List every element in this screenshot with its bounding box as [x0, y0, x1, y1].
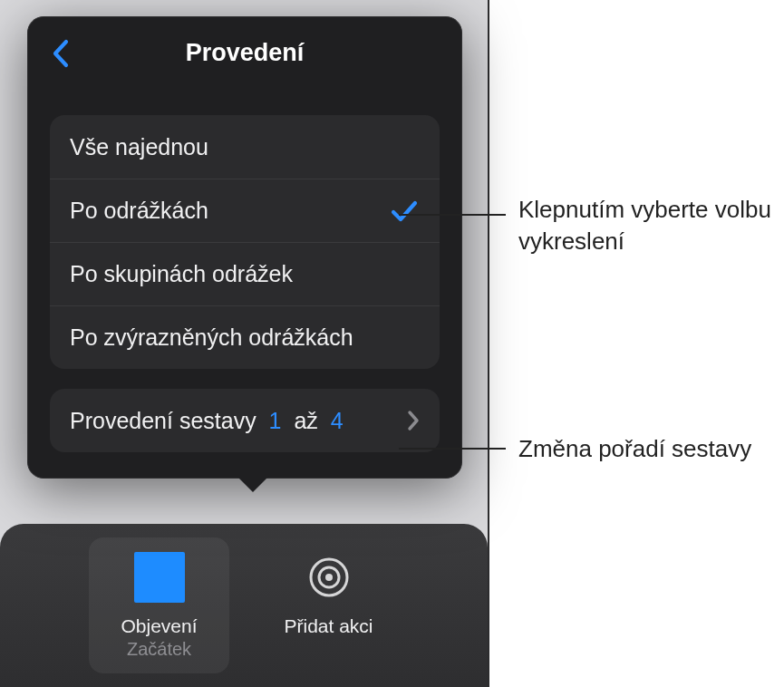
toolbar-item-appear[interactable]: Objevení Začátek: [89, 537, 229, 673]
appear-swatch: [134, 552, 185, 603]
callout-line: [399, 214, 506, 216]
delivery-options-group: Vše najednou Po odrážkách Po skupinách o…: [50, 115, 440, 369]
callout-text: Změna pořadí sestavy: [518, 433, 784, 465]
toolbar-item-sub: Začátek: [127, 639, 191, 660]
option-label: Po skupinách odrážek: [70, 259, 293, 289]
option-row[interactable]: Po odrážkách: [50, 179, 440, 242]
checkmark-icon: [389, 199, 420, 223]
chevron-right-icon: [407, 410, 420, 431]
device-frame: Objevení Začátek Přidat akci Provedení: [0, 0, 489, 687]
delivery-popover: Provedení Vše najednou Po odrážkách Po s…: [27, 16, 462, 479]
callout-text: Klepnutím vyberte volbu vykreslení: [518, 194, 784, 257]
option-row[interactable]: Po zvýrazněných odrážkách: [50, 305, 440, 369]
option-row[interactable]: Po skupinách odrážek: [50, 242, 440, 305]
svg-point-2: [325, 574, 333, 581]
bottom-toolbar: Objevení Začátek Přidat akci: [0, 524, 488, 687]
callout-line: [399, 448, 506, 450]
back-button[interactable]: [44, 37, 77, 70]
target-icon: [304, 552, 354, 603]
option-label: Vše najednou: [70, 132, 208, 162]
toolbar-item-title: Objevení: [121, 615, 197, 637]
popover-title: Provedení: [186, 39, 305, 67]
popover-header: Provedení: [28, 17, 461, 88]
option-label: Po odrážkách: [70, 196, 208, 226]
toolbar-add-label: Přidat akci: [284, 615, 373, 637]
toolbar-item-add-action[interactable]: Přidat akci: [258, 537, 399, 673]
chevron-left-icon: [52, 39, 70, 68]
callouts: Klepnutím vyberte volbu vykreslení Změna…: [489, 0, 784, 687]
sequence-label: Provedení sestavy 1 až 4: [70, 406, 344, 436]
option-row[interactable]: Vše najednou: [50, 115, 440, 179]
option-label: Po zvýrazněných odrážkách: [70, 323, 353, 353]
sequence-row[interactable]: Provedení sestavy 1 až 4: [50, 389, 440, 452]
sequence-group: Provedení sestavy 1 až 4: [50, 389, 440, 452]
